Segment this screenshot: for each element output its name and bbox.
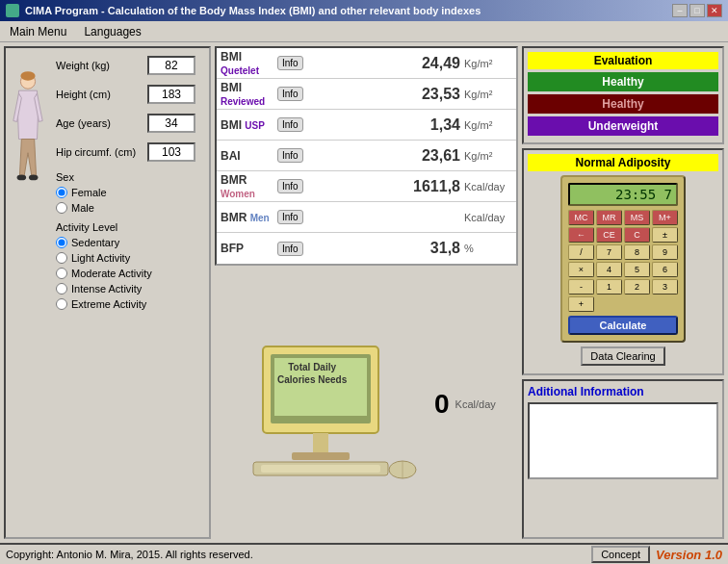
- calc-add-btn[interactable]: +: [568, 296, 594, 312]
- close-button[interactable]: ✕: [707, 4, 722, 17]
- sex-female-option[interactable]: Female: [56, 187, 201, 198]
- calc-back-btn[interactable]: ←: [568, 227, 594, 243]
- concept-button[interactable]: Concept: [591, 546, 650, 563]
- left-panel: Weight (kg) Height (cm) Age (years) Hip …: [4, 46, 211, 539]
- bmi-quetelet-info-btn[interactable]: Info: [277, 56, 303, 70]
- bmr-men-unit: Kcal/day: [464, 212, 512, 223]
- copyright-text: Copyright: Antonio M. Mira, 2015. All ri…: [6, 549, 253, 560]
- activity-moderate-label: Moderate Activity: [71, 268, 152, 279]
- calc-9-btn[interactable]: 9: [652, 244, 678, 260]
- bmi-quetelet-row: BMI Quetelet Info 24,49 Kg/m²: [217, 48, 516, 79]
- calc-mr-btn[interactable]: MR: [596, 210, 622, 225]
- right-panel: Evaluation Healthy Healthy Underweight N…: [522, 46, 724, 539]
- app-icon: [6, 4, 19, 17]
- evaluation-header: Evaluation: [528, 52, 718, 69]
- hip-input[interactable]: [147, 142, 195, 162]
- activity-extreme-label: Extreme Activity: [71, 298, 146, 310]
- bai-info-btn[interactable]: Info: [277, 148, 303, 163]
- bai-unit: Kg/m²: [464, 150, 512, 162]
- calc-7-btn[interactable]: 7: [596, 244, 622, 260]
- menu-main[interactable]: Main Menu: [6, 24, 70, 39]
- data-clearing-button[interactable]: Data Clearing: [581, 346, 664, 366]
- activity-light[interactable]: Light Activity: [56, 252, 201, 264]
- bmi-quetelet-name: BMI Quetelet: [221, 50, 273, 77]
- activity-intense[interactable]: Intense Activity: [56, 283, 201, 295]
- middle-panel: BMI Quetelet Info 24,49 Kg/m² BMI Review…: [215, 46, 518, 539]
- maximize-button[interactable]: □: [689, 4, 705, 17]
- calc-5-btn[interactable]: 5: [624, 262, 650, 277]
- calc-mc-btn[interactable]: MC: [568, 210, 594, 225]
- bmr-women-info-btn[interactable]: Info: [277, 179, 303, 193]
- height-label: Height (cm): [56, 89, 147, 100]
- calc-ce-btn[interactable]: CE: [596, 227, 622, 243]
- calc-1-btn[interactable]: 1: [596, 279, 622, 295]
- activity-sedentary[interactable]: Sedentary: [56, 237, 201, 248]
- bmr-men-sub: Men: [250, 213, 270, 223]
- bmi-usp-value: 1,34: [303, 116, 460, 134]
- age-input[interactable]: [147, 114, 195, 133]
- activity-light-label: Light Activity: [71, 252, 130, 264]
- bmi-usp-info-btn[interactable]: Info: [277, 117, 303, 132]
- bfp-unit: %: [464, 243, 512, 254]
- bfp-row: BFP Info 31,8 %: [217, 233, 516, 264]
- calc-6-btn[interactable]: 6: [652, 262, 678, 277]
- bmi-usp-name: BMI USP: [221, 118, 273, 132]
- calculator: 23:55 7 MC MR MS M+ ← CE C ± / 7 8 9 × 4: [560, 175, 686, 343]
- bmi-usp-row: BMI USP Info 1,34 Kg/m²: [217, 110, 516, 141]
- minimize-button[interactable]: –: [672, 4, 688, 17]
- svg-rect-8: [292, 452, 350, 460]
- calc-sub-btn[interactable]: -: [568, 279, 594, 295]
- age-label: Age (years): [56, 117, 147, 129]
- calc-div-btn[interactable]: /: [568, 244, 594, 260]
- total-calories-label2: Calories Needs: [277, 373, 347, 386]
- bai-value: 23,61: [303, 147, 460, 165]
- calc-display-text: 23:55 7: [615, 187, 672, 202]
- bfp-name: BFP: [221, 242, 273, 255]
- bmi-reviewed-info-btn[interactable]: Info: [277, 87, 303, 101]
- menu-languages[interactable]: Languages: [80, 24, 144, 39]
- height-input[interactable]: [147, 85, 195, 104]
- bmr-men-info-btn[interactable]: Info: [277, 210, 303, 224]
- calc-c-btn[interactable]: C: [624, 227, 650, 243]
- activity-intense-label: Intense Activity: [71, 283, 142, 295]
- bmi-usp-sub: USP: [245, 120, 265, 131]
- sex-label: Sex: [56, 171, 201, 183]
- main-content: Weight (kg) Height (cm) Age (years) Hip …: [0, 42, 728, 543]
- additional-info-header: Aditional Information: [528, 385, 718, 398]
- calculate-button[interactable]: Calculate: [568, 316, 678, 335]
- weight-input[interactable]: [147, 56, 195, 75]
- bmi-reviewed-value: 23,53: [303, 86, 460, 103]
- activity-light-radio[interactable]: [56, 252, 67, 264]
- calc-pm-btn[interactable]: ±: [652, 227, 678, 243]
- activity-extreme[interactable]: Extreme Activity: [56, 298, 201, 310]
- calc-mul-btn[interactable]: ×: [568, 262, 594, 277]
- calc-ms-btn[interactable]: MS: [624, 210, 650, 225]
- status-bar: Copyright: Antonio M. Mira, 2015. All ri…: [0, 543, 728, 564]
- bmi-reviewed-row: BMI Reviewed Info 23,53 Kg/m²: [217, 79, 516, 110]
- svg-rect-10: [261, 465, 380, 473]
- activity-moderate-radio[interactable]: [56, 268, 67, 279]
- sex-male-option[interactable]: Male: [56, 202, 201, 214]
- activity-sedentary-radio[interactable]: [56, 237, 67, 248]
- calc-8-btn[interactable]: 8: [624, 244, 650, 260]
- activity-extreme-radio[interactable]: [56, 298, 67, 310]
- eval-bar-3: Underweight: [528, 116, 718, 136]
- bmr-women-row: BMR Women Info 1611,8 Kcal/day: [217, 171, 516, 202]
- bmi-reviewed-unit: Kg/m²: [464, 89, 512, 100]
- bmi-reviewed-sub: Reviewed: [221, 96, 265, 107]
- bfp-info-btn[interactable]: Info: [277, 242, 303, 256]
- sex-female-radio[interactable]: [56, 187, 67, 198]
- activity-moderate[interactable]: Moderate Activity: [56, 268, 201, 279]
- computer-svg: [215, 327, 427, 481]
- calc-3-btn[interactable]: 3: [652, 279, 678, 295]
- calc-4-btn[interactable]: 4: [596, 262, 622, 277]
- calc-2-btn[interactable]: 2: [624, 279, 650, 295]
- additional-info-content: [528, 402, 718, 479]
- sex-male-radio[interactable]: [56, 202, 67, 214]
- bmr-women-value: 1611,8: [303, 178, 460, 195]
- calories-unit: Kcal/day: [455, 398, 496, 410]
- activity-intense-radio[interactable]: [56, 283, 67, 295]
- calc-mplus-btn[interactable]: M+: [652, 210, 678, 225]
- bmi-usp-unit: Kg/m²: [464, 119, 512, 131]
- calculator-display: 23:55 7: [568, 183, 678, 206]
